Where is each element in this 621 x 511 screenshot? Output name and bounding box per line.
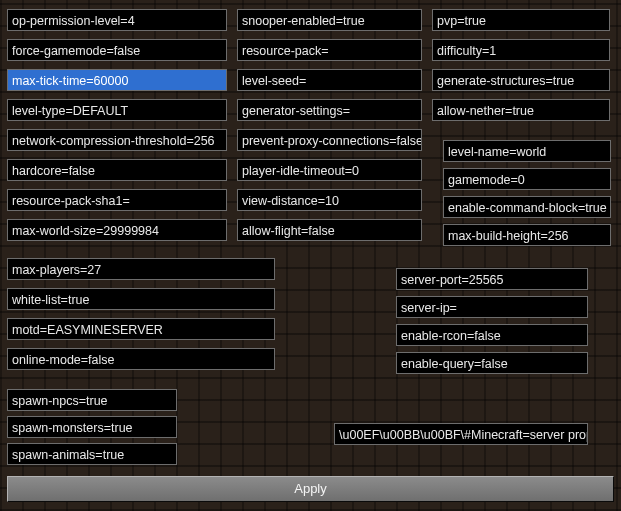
field-server-ip[interactable]: server-ip= xyxy=(396,296,588,318)
field-level-type[interactable]: level-type=DEFAULT xyxy=(7,99,227,121)
field-op-permission-level[interactable]: op-permission-level=4 xyxy=(7,9,227,31)
field-resource-pack[interactable]: resource-pack= xyxy=(237,39,422,61)
field-level-name[interactable]: level-name=world xyxy=(443,140,611,162)
field-prevent-proxy-connections[interactable]: prevent-proxy-connections=false xyxy=(237,129,422,151)
field-allow-flight[interactable]: allow-flight=false xyxy=(237,219,422,241)
field-spawn-npcs[interactable]: spawn-npcs=true xyxy=(7,389,177,411)
field-spawn-animals[interactable]: spawn-animals=true xyxy=(7,443,177,465)
field-level-seed[interactable]: level-seed= xyxy=(237,69,422,91)
field-network-compression-threshold[interactable]: network-compression-threshold=256 xyxy=(7,129,227,151)
field-motd[interactable]: motd=EASYMINESERVER xyxy=(7,318,275,340)
field-resource-pack-sha1[interactable]: resource-pack-sha1= xyxy=(7,189,227,211)
field-max-players[interactable]: max-players=27 xyxy=(7,258,275,280)
field-white-list[interactable]: white-list=true xyxy=(7,288,275,310)
field-max-tick-time[interactable]: max-tick-time=60000 xyxy=(7,69,227,91)
field-spawn-monsters[interactable]: spawn-monsters=true xyxy=(7,416,177,438)
field-generate-structures[interactable]: generate-structures=true xyxy=(432,69,610,91)
field-force-gamemode[interactable]: force-gamemode=false xyxy=(7,39,227,61)
field-enable-query[interactable]: enable-query=false xyxy=(396,352,588,374)
field-comment-line[interactable]: \u00EF\u00BB\u00BF\#Minecraft=server pro… xyxy=(334,423,588,445)
field-generator-settings[interactable]: generator-settings= xyxy=(237,99,422,121)
field-hardcore[interactable]: hardcore=false xyxy=(7,159,227,181)
field-view-distance[interactable]: view-distance=10 xyxy=(237,189,422,211)
field-max-build-height[interactable]: max-build-height=256 xyxy=(443,224,611,246)
field-pvp[interactable]: pvp=true xyxy=(432,9,610,31)
field-player-idle-timeout[interactable]: player-idle-timeout=0 xyxy=(237,159,422,181)
field-gamemode[interactable]: gamemode=0 xyxy=(443,168,611,190)
field-server-port[interactable]: server-port=25565 xyxy=(396,268,588,290)
field-snooper-enabled[interactable]: snooper-enabled=true xyxy=(237,9,422,31)
field-max-world-size[interactable]: max-world-size=29999984 xyxy=(7,219,227,241)
field-allow-nether[interactable]: allow-nether=true xyxy=(432,99,610,121)
field-online-mode[interactable]: online-mode=false xyxy=(7,348,275,370)
field-difficulty[interactable]: difficulty=1 xyxy=(432,39,610,61)
field-enable-rcon[interactable]: enable-rcon=false xyxy=(396,324,588,346)
field-enable-command-block[interactable]: enable-command-block=true xyxy=(443,196,611,218)
apply-button[interactable]: Apply xyxy=(7,476,614,502)
